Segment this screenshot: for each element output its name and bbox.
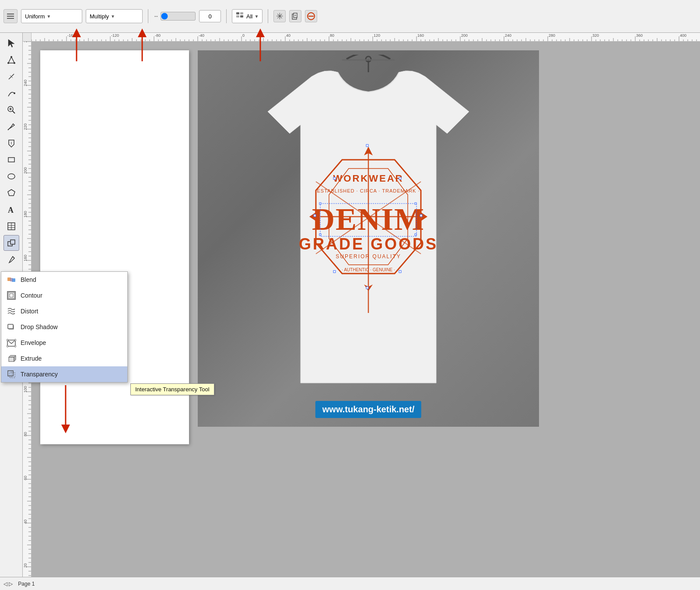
menu-item-envelope[interactable]: Envelope [1,335,127,351]
svg-rect-82 [8,324,13,329]
blend-mode-dropdown[interactable]: Multiply ▼ [86,9,143,23]
slider-left-icon: ↔ [154,13,159,19]
rectangle-tool-btn[interactable] [4,152,19,168]
transparency-value-input[interactable] [199,10,221,22]
divider-1 [148,9,148,23]
target-dropdown[interactable]: All ▼ [232,9,262,23]
svg-rect-70 [420,214,422,217]
svg-rect-73 [366,144,368,147]
target-icon [236,12,244,21]
divider-3 [268,9,268,23]
transparency-slider-container: ↔ [154,12,196,21]
menu-item-envelope-label: Envelope [21,339,46,346]
paste-transparency-btn[interactable] [289,10,301,22]
svg-rect-26 [8,158,14,162]
menu-item-contour[interactable]: Contour [1,288,127,303]
watermark: www.tukang-ketik.net/ [315,401,421,418]
tshirt-background: WORKWEAR ESTABLISHED · CIRCA · TRADEMARK… [198,50,539,427]
svg-rect-80 [10,294,13,297]
tshirt-svg: WORKWEAR ESTABLISHED · CIRCA · TRADEMARK… [233,55,504,414]
menu-item-contour-label: Contour [21,292,42,299]
svg-rect-3 [236,12,239,14]
transparency-type-arrow: ▼ [47,14,51,19]
transparency-slider[interactable] [161,12,196,21]
smart-draw-btn[interactable] [4,85,19,101]
svg-rect-56 [319,203,321,204]
top-toolbar: Uniform ▼ Multiply ▼ ↔ All ▼ ✳ [0,0,700,33]
zoom-tool-btn[interactable] [4,102,19,118]
svg-text:DENIM: DENIM [312,202,425,237]
contour-icon [7,291,16,300]
ruler-corner [23,33,32,42]
fill-tool-btn[interactable] [4,135,19,151]
envelope-icon [7,338,16,348]
svg-text:A: A [8,206,14,214]
status-bar: ◁ ▷ Page 1 [0,577,700,590]
svg-rect-78 [7,291,15,299]
menu-icon-btn[interactable] [4,9,18,23]
transparency-icon [7,369,16,379]
svg-line-36 [13,256,14,258]
polygon-tool-btn[interactable] [4,185,19,201]
svg-text:GRADE  GOODS: GRADE GOODS [299,235,438,253]
copy-transparency-btn[interactable]: ✳ [273,10,286,22]
text-tool-btn[interactable]: A [4,202,19,218]
svg-point-18 [14,92,15,94]
svg-point-87 [14,345,16,347]
menu-item-blend-label: Blend [21,276,36,283]
pick-tool-btn[interactable] [4,35,19,51]
svg-rect-74 [366,287,368,289]
svg-rect-35 [10,240,15,244]
divider-2 [226,9,227,23]
svg-line-20 [12,111,15,114]
blend-mode-label: Multiply [90,13,109,20]
svg-rect-91 [8,371,13,376]
ruler-top [23,33,700,42]
svg-text:WORKWEAR: WORKWEAR [333,173,404,184]
svg-point-17 [14,62,15,64]
blend-mode-arrow: ▼ [111,14,115,19]
svg-rect-1 [7,16,14,17]
effects-menu: Blend Contour Distort [1,271,128,383]
ellipse-tool-btn[interactable] [4,169,19,184]
svg-rect-2 [7,18,14,19]
page-indicator: ◁ ▷ [4,581,13,587]
menu-item-extrude-label: Extrude [21,355,42,362]
svg-rect-6 [240,15,243,18]
eyedropper-btn[interactable] [4,252,19,267]
svg-point-84 [7,339,8,341]
svg-marker-13 [8,39,14,47]
svg-line-23 [8,129,9,130]
pen-tool-btn[interactable] [4,119,19,134]
page-info: Page 1 [18,581,35,587]
svg-point-86 [7,345,8,347]
clear-transparency-btn[interactable] [305,10,317,22]
svg-text:· AUTHENTIC · GENUINE ·: · AUTHENTIC · GENUINE · [342,267,395,272]
svg-point-16 [10,56,12,58]
table-tool-btn[interactable] [4,218,19,234]
svg-rect-8 [294,13,297,18]
menu-item-drop-shadow-label: Drop Shadow [21,323,58,330]
tshirt-image: WORKWEAR ESTABLISHED · CIRCA · TRADEMARK… [198,50,539,427]
svg-text:SUPERIOR  QUALITY: SUPERIOR QUALITY [336,253,401,260]
svg-rect-69 [314,214,316,217]
blend-icon [7,275,16,284]
menu-item-extrude[interactable]: Extrude [1,351,127,366]
clear-icon [307,12,315,21]
menu-item-distort[interactable]: Distort [1,303,127,319]
copy-icon: ✳ [276,11,284,21]
menu-item-drop-shadow[interactable]: Drop Shadow [1,319,127,335]
freehand-tool-btn[interactable] [4,69,19,84]
svg-rect-68 [399,177,401,179]
menu-item-blend[interactable]: Blend [1,272,127,288]
svg-rect-5 [240,12,243,14]
transparency-type-dropdown[interactable]: Uniform ▼ [21,9,82,23]
menu-item-transparency[interactable]: Transparency [1,366,127,382]
shape-tool-btn[interactable] [4,52,19,68]
svg-rect-92 [10,372,15,378]
drop-shadow-icon [7,322,16,332]
svg-rect-71 [333,270,336,273]
svg-marker-28 [8,190,15,196]
svg-marker-14 [8,57,14,63]
effects-tool-btn[interactable] [4,235,19,251]
